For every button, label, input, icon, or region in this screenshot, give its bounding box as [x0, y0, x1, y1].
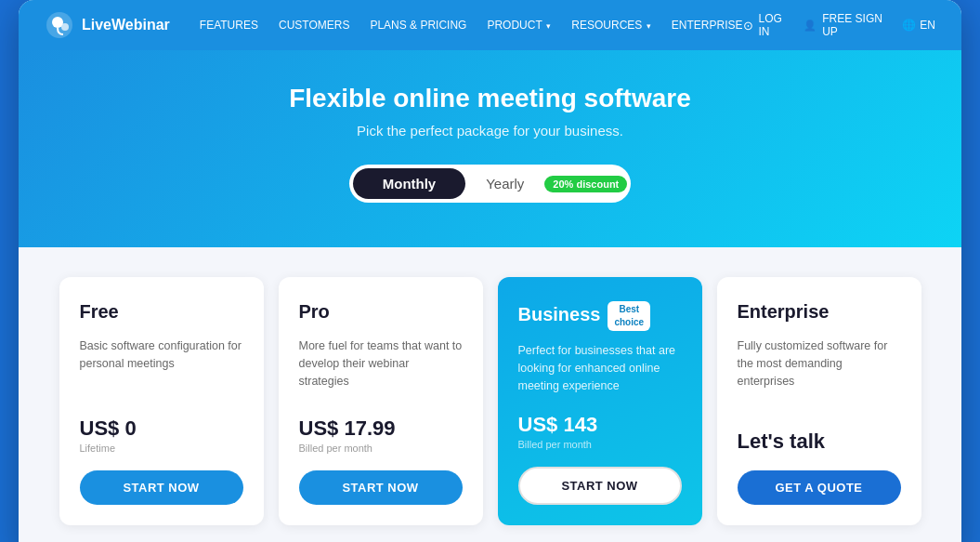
login-icon: ⊙	[743, 19, 753, 33]
nav-enterprise[interactable]: ENTERPRISE	[672, 19, 743, 32]
nav-plans[interactable]: PLANS & PRICING	[370, 19, 466, 32]
signup-icon: 👤	[804, 20, 817, 32]
best-choice-badge: Bestchoice	[608, 301, 650, 331]
nav-customers[interactable]: CUSTOMERS	[279, 19, 349, 32]
plan-pro-desc: More fuel for teams that want to develop…	[299, 337, 463, 398]
globe-icon: 🌐	[902, 19, 916, 32]
plan-free-price: US$ 0	[80, 416, 243, 441]
billing-toggle[interactable]: Monthly Yearly 20% discount	[349, 165, 632, 203]
plan-free-cta[interactable]: START NOW	[80, 470, 243, 505]
hero-section: Flexible online meeting software Pick th…	[19, 50, 961, 247]
plan-enterprise-cta[interactable]: GET A QUOTE	[738, 470, 901, 505]
plan-pro-name-row: Pro	[299, 301, 463, 326]
navbar: LiveWebinar FEATURES CUSTOMERS PLANS & P…	[19, 0, 961, 50]
yearly-toggle[interactable]: Yearly	[471, 168, 539, 199]
plan-pro-price: US$ 17.99	[299, 416, 463, 441]
plan-business-name: Business	[518, 304, 601, 325]
logo[interactable]: LiveWebinar	[45, 10, 170, 40]
nav-product[interactable]: PRODUCT ▾	[487, 19, 551, 32]
plan-business-desc: Perfect for businesses that are looking …	[518, 342, 682, 394]
resources-arrow-icon: ▾	[644, 21, 651, 31]
plan-free-name-row: Free	[80, 301, 243, 326]
hero-title: Flexible online meeting software	[37, 84, 943, 113]
plan-enterprise-price: Let's talk	[738, 430, 901, 454]
plan-free: Free Basic software configuration for pe…	[59, 277, 264, 525]
logo-text: LiveWebinar	[82, 17, 170, 33]
discount-badge: 20% discount	[544, 176, 627, 192]
svg-point-2	[61, 23, 69, 31]
plan-business-cta[interactable]: START NOW	[518, 467, 682, 505]
plan-enterprise-name: Enterprise	[738, 301, 830, 323]
plan-pro: Pro More fuel for teams that want to dev…	[279, 277, 483, 525]
nav-right: ⊙ LOG IN 👤 FREE SIGN UP 🌐 EN	[743, 12, 935, 38]
logo-icon	[45, 10, 74, 40]
plan-pro-cta[interactable]: START NOW	[299, 470, 463, 505]
plan-business-name-row: Business Bestchoice	[518, 301, 682, 331]
plan-business: Business Bestchoice Perfect for business…	[498, 277, 702, 525]
nav-resources[interactable]: RESOURCES ▾	[571, 19, 651, 32]
plan-business-price: US$ 143	[518, 413, 682, 437]
app-frame: LiveWebinar FEATURES CUSTOMERS PLANS & P…	[19, 0, 961, 542]
plan-enterprise: Enterprise Fully customized software for…	[717, 277, 921, 525]
plan-business-billing: Billed per month	[518, 439, 682, 450]
plan-enterprise-name-row: Enterprise	[738, 301, 901, 326]
monthly-toggle[interactable]: Monthly	[353, 168, 466, 199]
plan-free-billing: Lifetime	[80, 443, 243, 454]
plan-free-name: Free	[80, 301, 119, 323]
nav-links: FEATURES CUSTOMERS PLANS & PRICING PRODU…	[200, 19, 743, 32]
login-button[interactable]: ⊙ LOG IN	[743, 12, 790, 38]
plan-free-desc: Basic software configuration for persona…	[80, 337, 243, 398]
hero-subtitle: Pick the perfect package for your busine…	[37, 123, 943, 139]
language-selector[interactable]: 🌐 EN	[902, 19, 935, 32]
plan-pro-billing: Billed per month	[299, 443, 463, 454]
plan-pro-name: Pro	[299, 301, 330, 323]
nav-features[interactable]: FEATURES	[200, 19, 258, 32]
pricing-section: Free Basic software configuration for pe…	[19, 247, 961, 542]
product-arrow-icon: ▾	[544, 21, 552, 31]
plan-enterprise-desc: Fully customized software for the most d…	[738, 337, 901, 411]
signup-button[interactable]: 👤 FREE SIGN UP	[804, 12, 887, 38]
